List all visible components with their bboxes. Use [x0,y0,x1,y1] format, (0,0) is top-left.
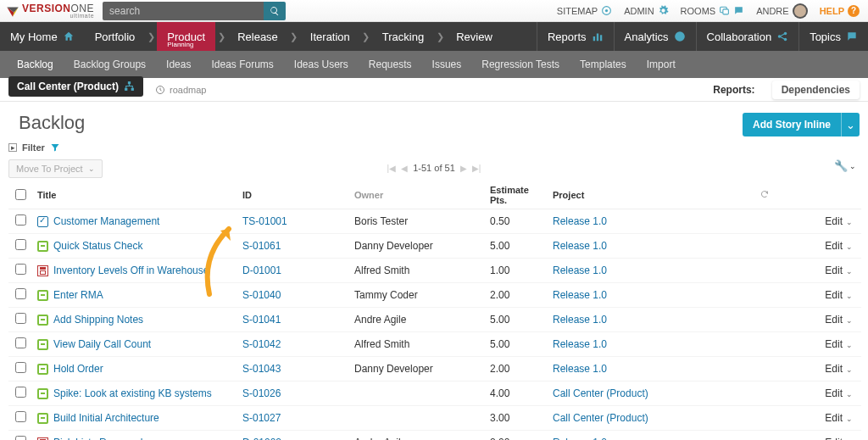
filter-icon[interactable] [50,142,60,153]
col-refresh[interactable] [754,181,802,209]
item-title-link[interactable]: Spike: Look at existing KB systems [53,387,212,399]
project-link[interactable]: Release 1.0 [553,338,607,350]
subnav-issues[interactable]: Issues [422,51,472,78]
subnav-backlog[interactable]: Backlog [7,51,64,78]
sitemap-link[interactable]: SITEMAP [557,5,612,16]
nav-product[interactable]: ProductPlanning [157,22,215,51]
row-checkbox[interactable] [15,264,26,275]
nav-tracking[interactable]: Tracking [372,22,434,51]
dependencies-button[interactable]: Dependencies [772,81,860,99]
nav-release[interactable]: Release [227,22,288,51]
item-id-link[interactable]: S-01027 [242,412,281,424]
item-title-link[interactable]: Customer Management [53,215,159,227]
edit-link[interactable]: Edit [825,412,843,424]
row-checkbox[interactable] [15,214,26,226]
filter-label[interactable]: Filter [22,142,45,153]
expand-toggle[interactable]: ▸ [8,143,17,152]
edit-link[interactable]: Edit [825,240,843,252]
row-checkbox[interactable] [15,362,26,373]
subnav-ideas[interactable]: Ideas [156,51,201,78]
col-estimate[interactable]: Estimate Pts. [485,181,548,209]
edit-link[interactable]: Edit [825,314,843,326]
item-id-link[interactable]: S-01040 [242,289,281,301]
item-title-link[interactable]: Hold Order [53,363,103,375]
item-title-link[interactable]: Inventory Levels Off in Warehouse [53,265,209,276]
subnav-backlog-groups[interactable]: Backlog Groups [64,51,156,78]
subnav-import[interactable]: Import [637,51,686,78]
project-link[interactable]: Release 1.0 [553,437,607,440]
col-project[interactable]: Project [548,181,754,209]
edit-link[interactable]: Edit [825,289,843,301]
item-title-link[interactable]: Pick Lists Reversed [53,437,142,440]
row-checkbox[interactable] [15,411,26,422]
select-all-checkbox[interactable] [15,189,26,200]
rooms-link[interactable]: ROOMS [681,5,745,16]
move-to-project-button[interactable]: Move To Project⌄ [8,159,103,178]
item-title-link[interactable]: Add Shipping Notes [53,314,143,326]
item-title-link[interactable]: Enter RMA [53,289,103,301]
subnav-ideas-forums[interactable]: Ideas Forums [201,51,283,78]
help-link[interactable]: HELP? [820,5,860,17]
nav-topics[interactable]: Topics [798,22,868,51]
col-owner[interactable]: Owner [349,181,485,209]
item-id-link[interactable]: S-01061 [242,240,281,252]
add-story-dropdown[interactable]: ⌄ [841,113,860,136]
edit-link[interactable]: Edit [825,338,843,350]
row-checkbox[interactable] [15,387,26,398]
row-checkbox[interactable] [15,436,26,440]
row-checkbox[interactable] [15,337,26,348]
edit-link[interactable]: Edit [825,437,843,440]
nav-reports[interactable]: Reports [537,22,614,51]
nav-myhome[interactable]: My Home [0,22,85,51]
project-link[interactable]: Call Center (Product) [553,412,648,424]
item-id-link[interactable]: D-01001 [242,265,281,276]
product-context-chip[interactable]: Call Center (Product) [8,76,143,97]
item-id-link[interactable]: D-01002 [242,437,281,440]
nav-portfolio[interactable]: Portfolio [85,22,146,51]
pager-prev[interactable]: ◀ [401,164,408,173]
item-id-link[interactable]: S-01042 [242,338,281,350]
edit-link[interactable]: Edit [825,265,843,276]
project-link[interactable]: Call Center (Product) [553,387,648,399]
nav-collaboration[interactable]: Collaboration [696,22,799,51]
user-menu[interactable]: ANDRE [756,3,808,19]
admin-link[interactable]: ADMIN [624,5,668,16]
edit-link[interactable]: Edit [825,215,843,227]
row-checkbox[interactable] [15,313,26,324]
project-link[interactable]: Release 1.0 [553,240,607,252]
item-title-link[interactable]: View Daily Call Count [53,338,151,350]
logo[interactable]: VERSIONONE ultimate [0,3,103,19]
item-id-link[interactable]: TS-01001 [242,215,287,227]
edit-link[interactable]: Edit [825,363,843,375]
add-story-button[interactable]: Add Story Inline [743,113,841,136]
nav-iteration[interactable]: Iteration [300,22,360,51]
item-title-link[interactable]: Quick Status Check [53,240,142,252]
nav-review[interactable]: Review [446,22,503,51]
item-id-link[interactable]: S-01041 [242,314,281,326]
row-checkbox[interactable] [15,288,26,299]
subnav-templates[interactable]: Templates [570,51,637,78]
pager-first[interactable]: |◀ [387,164,397,173]
row-checkbox[interactable] [15,239,26,250]
project-link[interactable]: Release 1.0 [553,363,607,375]
search-input[interactable] [103,2,264,20]
grid-settings[interactable]: 🔧⌄ [834,159,856,172]
pager-last[interactable]: ▶| [472,164,481,173]
project-link[interactable]: Release 1.0 [553,215,607,227]
item-id-link[interactable]: S-01043 [242,363,281,375]
project-link[interactable]: Release 1.0 [553,289,607,301]
col-title[interactable]: Title [32,181,237,209]
project-link[interactable]: Release 1.0 [553,314,607,326]
subnav-ideas-users[interactable]: Ideas Users [284,51,359,78]
item-id-link[interactable]: S-01026 [242,387,281,399]
nav-analytics[interactable]: Analytics [614,22,696,51]
edit-link[interactable]: Edit [825,387,843,399]
roadmap-link[interactable]: roadmap [155,85,206,95]
pager-next[interactable]: ▶ [460,164,467,173]
subnav-regression-tests[interactable]: Regression Tests [471,51,570,78]
col-id[interactable]: ID [237,181,349,209]
subnav-requests[interactable]: Requests [359,51,422,78]
project-link[interactable]: Release 1.0 [553,265,607,276]
search-button[interactable] [264,2,286,20]
item-title-link[interactable]: Build Initial Architecture [53,412,159,424]
